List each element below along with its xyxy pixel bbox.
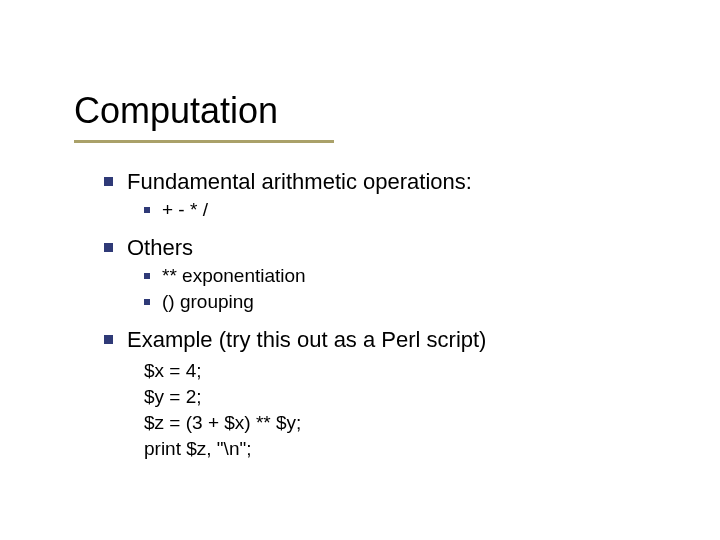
- bullet-text: Others: [127, 234, 193, 262]
- bullet-text: Fundamental arithmetic operations:: [127, 168, 472, 196]
- square-bullet-icon: [104, 177, 113, 186]
- bullet-level2: () grouping: [144, 290, 664, 314]
- bullet-text: () grouping: [162, 290, 254, 314]
- slide-title-wrap: Computation: [74, 90, 278, 132]
- square-bullet-icon: [144, 273, 150, 279]
- bullet-text: + - * /: [162, 198, 208, 222]
- code-line: $x = 4;: [144, 358, 664, 384]
- bullet-level1: Example (try this out as a Perl script): [104, 326, 664, 354]
- bullet-text: Example (try this out as a Perl script): [127, 326, 486, 354]
- bullet-level2: ** exponentiation: [144, 264, 664, 288]
- bullet-level1: Fundamental arithmetic operations:: [104, 168, 664, 196]
- bullet-level2: + - * /: [144, 198, 664, 222]
- square-bullet-icon: [104, 243, 113, 252]
- slide: Computation Fundamental arithmetic opera…: [0, 0, 720, 540]
- code-line: print $z, "\n";: [144, 436, 664, 462]
- bullet-text: ** exponentiation: [162, 264, 306, 288]
- code-line: $z = (3 + $x) ** $y;: [144, 410, 664, 436]
- code-block: $x = 4; $y = 2; $z = (3 + $x) ** $y; pri…: [144, 358, 664, 462]
- code-line: $y = 2;: [144, 384, 664, 410]
- slide-body: Fundamental arithmetic operations: + - *…: [104, 164, 664, 462]
- square-bullet-icon: [104, 335, 113, 344]
- slide-title: Computation: [74, 90, 278, 132]
- bullet-level1: Others: [104, 234, 664, 262]
- title-underline: [74, 140, 334, 143]
- square-bullet-icon: [144, 207, 150, 213]
- square-bullet-icon: [144, 299, 150, 305]
